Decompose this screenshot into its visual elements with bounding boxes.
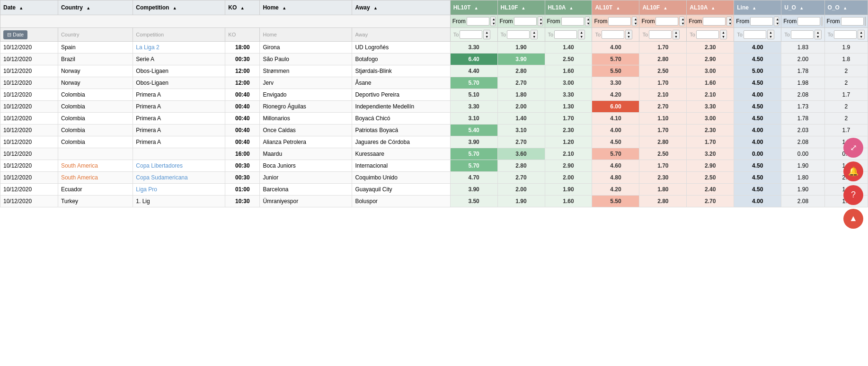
spinner-up[interactable]: ▲ [484, 30, 490, 35]
spinner-down[interactable]: ▼ [680, 21, 684, 26]
spinner-down[interactable]: ▼ [815, 35, 821, 39]
spinner-up[interactable]: ▲ [531, 30, 537, 35]
th-home[interactable]: Home ▲ [260, 0, 352, 15]
spinner-down[interactable]: ▼ [484, 35, 490, 39]
spinner-up[interactable]: ▲ [865, 17, 866, 21]
comp-link[interactable]: Liga Pro [136, 186, 157, 193]
to-oo-input[interactable] [834, 30, 857, 39]
spinner-up[interactable]: ▲ [680, 17, 684, 21]
spinner-up[interactable]: ▲ [815, 30, 821, 35]
th-competition[interactable]: Competition ▲ [133, 0, 225, 15]
spinner-down[interactable]: ▼ [578, 35, 585, 39]
spinner-down[interactable]: ▼ [774, 21, 779, 26]
from-al10f-spinner[interactable]: ▲ ▼ [679, 17, 684, 26]
spinner-down[interactable]: ▼ [585, 21, 590, 26]
to-hl10f-spinner[interactable]: ▲ ▼ [531, 30, 538, 39]
from-al10a-spinner[interactable]: ▲ ▼ [726, 17, 732, 26]
spinner-down[interactable]: ▼ [673, 35, 679, 39]
th-hl10f[interactable]: HL10F ▲ [497, 0, 545, 15]
to-hl10a-spinner[interactable]: ▲ ▼ [578, 30, 585, 39]
spinner-up[interactable]: ▲ [632, 17, 637, 21]
from-al10a-input[interactable] [703, 17, 726, 26]
country-link[interactable]: South America [61, 174, 98, 181]
from-hl10f-spinner[interactable]: ▲ ▼ [538, 17, 543, 26]
spinner-up[interactable]: ▲ [585, 17, 590, 21]
to-hl10t-input[interactable] [460, 30, 482, 39]
spinner-up[interactable]: ▲ [720, 30, 726, 35]
spinner-down[interactable]: ▼ [768, 35, 774, 39]
from-uo-spinner[interactable]: ▲ ▼ [821, 17, 822, 26]
spinner-down[interactable]: ▼ [822, 21, 822, 26]
country-link[interactable]: South America [61, 162, 98, 169]
help-fab-button[interactable]: ? [843, 185, 863, 205]
from-line-spinner[interactable]: ▲ ▼ [774, 17, 779, 26]
from-uo-input[interactable] [797, 17, 820, 26]
spinner-up[interactable]: ▲ [822, 17, 822, 21]
to-al10a-spinner[interactable]: ▲ ▼ [720, 30, 727, 39]
spinner-down[interactable]: ▼ [632, 21, 637, 26]
to-uo-spinner[interactable]: ▲ ▼ [815, 30, 822, 39]
spinner-down[interactable]: ▼ [491, 21, 495, 26]
spinner-up[interactable]: ▲ [673, 30, 679, 35]
th-oo[interactable]: O_O ▲ [824, 0, 868, 15]
spinner-up[interactable]: ▲ [774, 17, 779, 21]
th-al10f[interactable]: AL10F ▲ [639, 0, 687, 15]
from-hl10t-spinner[interactable]: ▲ ▼ [490, 17, 496, 26]
th-date[interactable]: Date ▲ [0, 0, 58, 15]
alert-fab-button[interactable]: 🔔 [843, 161, 863, 181]
to-oo-spinner[interactable]: ▲ ▼ [858, 30, 865, 39]
to-line-spinner[interactable]: ▲ ▼ [767, 30, 774, 39]
cell-country: Colombia [61, 91, 85, 98]
spinner-up[interactable]: ▲ [578, 30, 585, 35]
from-al10f-input[interactable] [655, 17, 678, 26]
from-oo-spinner[interactable]: ▲ ▼ [865, 17, 866, 26]
from-hl10t-input[interactable] [467, 17, 489, 26]
share-fab-button[interactable]: ⤢ [843, 138, 863, 158]
th-away[interactable]: Away ▲ [352, 0, 450, 15]
spinner-up[interactable]: ▲ [858, 30, 864, 35]
th-hl10t[interactable]: HL10T ▲ [450, 0, 497, 15]
spinner-up[interactable]: ▲ [491, 17, 495, 21]
spinner-down[interactable]: ▼ [626, 35, 632, 39]
to-al10t-input[interactable] [602, 30, 624, 39]
th-al10a[interactable]: AL10A ▲ [687, 0, 734, 15]
from-al10t-spinner[interactable]: ▲ ▼ [632, 17, 637, 26]
th-line[interactable]: Line ▲ [734, 0, 781, 15]
to-line-input[interactable] [744, 30, 766, 39]
from-hl10f-input[interactable] [514, 17, 537, 26]
to-hl10t-spinner[interactable]: ▲ ▼ [483, 30, 490, 39]
to-al10a-input[interactable] [696, 30, 719, 39]
spinner-up[interactable]: ▲ [768, 30, 774, 35]
to-hl10f-input[interactable] [507, 30, 530, 39]
comp-link[interactable]: La Liga 2 [136, 44, 159, 51]
comp-link[interactable]: Copa Libertadores [136, 162, 183, 169]
to-al10f-spinner[interactable]: ▲ ▼ [673, 30, 680, 39]
cell-ko: 01:00 [235, 186, 250, 193]
th-ko[interactable]: KO ▲ [225, 0, 260, 15]
to-hl10a-input[interactable] [554, 30, 577, 39]
from-oo-input[interactable] [841, 17, 864, 26]
spinner-down[interactable]: ▼ [865, 21, 866, 26]
th-al10t[interactable]: AL10T ▲ [592, 0, 639, 15]
th-uo[interactable]: U_O ▲ [781, 0, 824, 15]
from-hl10a-spinner[interactable]: ▲ ▼ [585, 17, 590, 26]
to-uo-input[interactable] [791, 30, 814, 39]
th-hl10a[interactable]: HL10A ▲ [545, 0, 592, 15]
spinner-down[interactable]: ▼ [538, 21, 542, 26]
filter-date-button[interactable]: ⊟ Date [3, 30, 27, 39]
spinner-down[interactable]: ▼ [720, 35, 726, 39]
spinner-down[interactable]: ▼ [858, 35, 864, 39]
comp-link[interactable]: Copa Sudamericana [136, 174, 187, 181]
spinner-up[interactable]: ▲ [538, 17, 542, 21]
spinner-down[interactable]: ▼ [727, 21, 731, 26]
from-hl10a-input[interactable] [561, 17, 584, 26]
spinner-up[interactable]: ▲ [727, 17, 731, 21]
cell-country: Brazil [61, 56, 75, 62]
spinner-down[interactable]: ▼ [531, 35, 537, 39]
to-al10t-spinner[interactable]: ▲ ▼ [625, 30, 632, 39]
spinner-up[interactable]: ▲ [626, 30, 632, 35]
to-al10f-input[interactable] [649, 30, 672, 39]
from-al10t-input[interactable] [608, 17, 631, 26]
from-line-input[interactable] [750, 17, 773, 26]
th-country[interactable]: Country ▲ [58, 0, 133, 15]
